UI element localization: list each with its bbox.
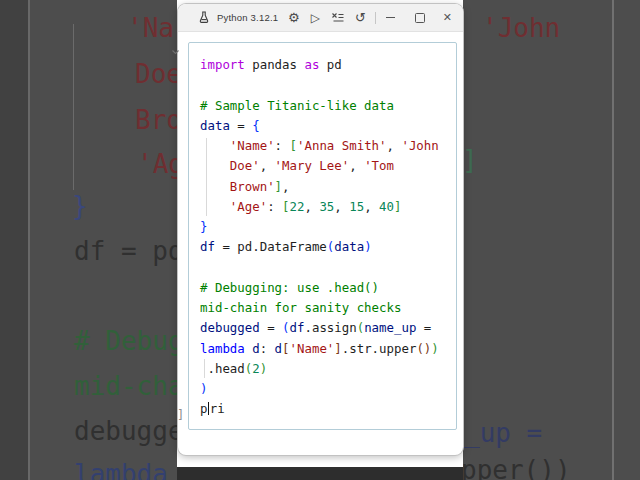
code-lines: import pandas as pd # Sample Titanic-lik… xyxy=(189,43,456,429)
video-band-bottom-bar xyxy=(177,467,463,480)
toolbar: ⚙ ▷ ↺ xyxy=(288,12,366,24)
background-code-fragment: debugge xyxy=(74,418,184,444)
background-code-fragment: ] xyxy=(462,147,478,173)
background-code-fragment: mid-cha xyxy=(74,373,184,399)
backdrop-left-border xyxy=(28,0,30,480)
code-line: Brown'], xyxy=(200,177,456,197)
maximize-icon[interactable] xyxy=(415,13,425,23)
chevron-down-icon[interactable] xyxy=(171,41,180,59)
background-code-fragment: lambda xyxy=(74,461,168,480)
backdrop-right-border xyxy=(612,0,614,480)
background-code-fragment: # Debug xyxy=(74,328,184,354)
code-line: Doe', 'Mary Lee', 'Tom xyxy=(200,156,456,176)
code-line: mid-chain for sanity checks xyxy=(200,298,456,318)
code-line: # Sample Titanic-like data xyxy=(200,96,456,116)
code-line: data = { xyxy=(200,116,456,136)
python-editor-window: Python 3.12.1 ⚙ ▷ ↺ ✕ ] xyxy=(178,4,463,455)
window-title: Python 3.12.1 xyxy=(217,12,278,23)
background-code-fragment: 'Na xyxy=(127,15,174,41)
minimize-icon[interactable] xyxy=(386,17,395,18)
code-line: 'Age': [22, 35, 15, 40] xyxy=(200,197,456,217)
code-line xyxy=(200,258,456,278)
code-line: 'Name': ['Anna Smith', 'John xyxy=(200,136,456,156)
backdrop-indent-guide xyxy=(73,24,74,190)
code-line xyxy=(200,75,456,95)
code-line: df = pd.DataFrame(data) xyxy=(200,237,456,257)
code-line: import pandas as pd xyxy=(200,55,456,75)
backdrop-left-bar xyxy=(0,0,28,480)
clear-output-icon[interactable] xyxy=(331,12,344,23)
close-icon[interactable]: ✕ xyxy=(443,11,452,24)
toolbar-divider xyxy=(375,12,376,24)
background-code-fragment: 'John xyxy=(482,15,560,41)
background-code-fragment: pper()) xyxy=(461,457,571,480)
code-textarea[interactable]: import pandas as pd # Sample Titanic-lik… xyxy=(188,42,457,430)
flask-app-icon xyxy=(198,11,210,24)
background-code-fragment: df = pd xyxy=(74,238,184,264)
code-line: .head(2) xyxy=(200,359,456,379)
background-code-fragment: } xyxy=(72,193,88,219)
background-code-fragment: Doe xyxy=(135,61,182,87)
run-play-icon[interactable]: ▷ xyxy=(311,12,320,24)
ghost-bracket-fragment: ] xyxy=(177,408,184,422)
settings-gear-icon[interactable]: ⚙ xyxy=(288,12,300,24)
background-code-fragment: _up = xyxy=(464,420,542,446)
background-code-fragment: Bro xyxy=(135,107,182,133)
code-line: pri xyxy=(200,399,456,419)
code-line: debugged = (df.assign(name_up = xyxy=(200,318,456,338)
code-line: } xyxy=(200,217,456,237)
reset-undo-icon[interactable]: ↺ xyxy=(355,12,366,24)
screen: 'NaDoeBro'Ag}df = pd# Debugmid-chadebugg… xyxy=(0,0,640,480)
code-line: # Debugging: use .head() xyxy=(200,278,456,298)
titlebar: Python 3.12.1 ⚙ ▷ ↺ ✕ xyxy=(178,4,463,32)
code-line: ) xyxy=(200,379,456,399)
code-line: lambda d: d['Name'].str.upper()) xyxy=(200,339,456,359)
